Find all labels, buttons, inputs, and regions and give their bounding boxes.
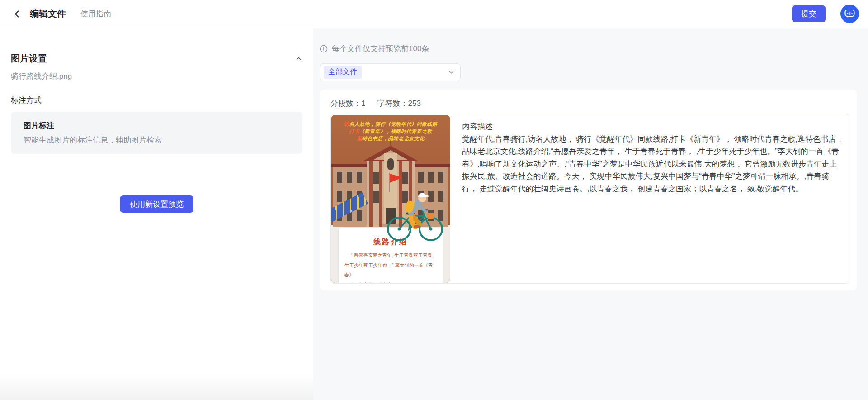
code-bubble-icon: </> <box>844 8 855 19</box>
preview-button-row: 使用新设置预览 <box>11 195 302 213</box>
image-settings-panel: 图片设置 骑行路线介绍.png 标注方式 图片标注 智能生成图片的标注信息，辅助… <box>0 28 313 400</box>
svg-text:</>: </> <box>847 11 852 16</box>
settings-title: 图片设置 <box>11 52 47 65</box>
stats-row: 分段数：1 字符数：253 <box>330 98 849 109</box>
file-filter-select[interactable]: 全部文件 <box>320 63 461 81</box>
selected-file-tag: 全部文件 <box>324 66 362 79</box>
annotation-card-title: 图片标注 <box>24 120 290 131</box>
chevron-down-icon <box>448 69 455 76</box>
notice-text: 每个文件仅支持预览前100条 <box>332 43 429 54</box>
topbar: 编辑文件 使用指南 提交 </> <box>0 0 868 28</box>
annotation-card-description: 智能生成图片的标注信息，辅助图片检索 <box>24 135 290 145</box>
preview-item-card[interactable]: 访名人故地，骑行《觉醒年代》同款线路 打卡《新青年》，领略时代青春之歌 逛特色书… <box>330 114 849 284</box>
preview-panel: 每个文件仅支持预览前100条 全部文件 分段数：1 字符数：253 访名人故地，… <box>313 28 868 400</box>
back-button[interactable] <box>11 8 24 20</box>
segment-count: 分段数：1 <box>330 98 365 109</box>
content-title: 内容描述 <box>462 120 844 133</box>
preview-notice: 每个文件仅支持预览前100条 <box>320 43 857 54</box>
cyclist-illustration <box>380 190 448 242</box>
panel-bottom-shadow <box>0 375 313 400</box>
char-count: 字符数：253 <box>377 98 420 109</box>
preview-thumbnail: 访名人故地，骑行《觉醒年代》同款线路 打卡《新青年》，领略时代青春之歌 逛特色书… <box>331 115 450 283</box>
settings-header: 图片设置 <box>11 52 302 65</box>
content-body: 觉醒年代,青春骑行,访名人故地， 骑行《觉醒年代》同款线路,打卡《新青年》， 领… <box>462 133 844 195</box>
chevron-left-icon <box>13 10 21 18</box>
annotation-method-card[interactable]: 图片标注 智能生成图片的标注信息，辅助图片检索 <box>11 112 302 154</box>
preview-with-new-settings-button[interactable]: 使用新设置预览 <box>120 195 193 213</box>
page-title: 编辑文件 <box>30 8 66 20</box>
submit-button[interactable]: 提交 <box>792 5 826 22</box>
annotation-method-label: 标注方式 <box>11 95 302 105</box>
code-chat-icon[interactable]: </> <box>840 5 859 23</box>
preview-results-container: 分段数：1 字符数：253 访名人故地，骑行《觉醒年代》同款线路 打卡《新青年》… <box>320 90 857 290</box>
info-icon <box>320 45 328 53</box>
topbar-divider <box>833 8 833 20</box>
guide-link[interactable]: 使用指南 <box>80 9 111 19</box>
file-name-label: 骑行路线介绍.png <box>11 71 302 81</box>
route-intro-text: “ 吾愿吾亲爱之青年, 生于青春死于青春, 生于少年死于少年也。” 李大钊的一首… <box>339 251 443 283</box>
preview-item-content: 内容描述 觉醒年代,青春骑行,访名人故地， 骑行《觉醒年代》同款线路,打卡《新青… <box>450 114 849 283</box>
collapse-button[interactable] <box>295 55 302 62</box>
poster-slogan: 访名人故地，骑行《觉醒年代》同款线路 打卡《新青年》，领略时代青春之歌 逛特色书… <box>331 115 450 142</box>
chevron-up-icon <box>295 55 302 62</box>
